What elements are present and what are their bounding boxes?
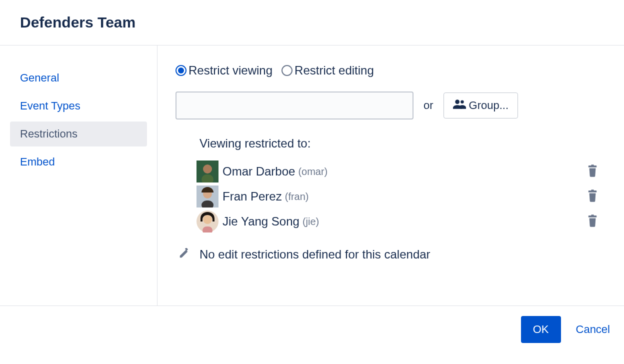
- avatar: [196, 186, 218, 208]
- sidebar-item-restrictions[interactable]: Restrictions: [10, 122, 147, 146]
- radio-label: Restrict viewing: [188, 64, 272, 78]
- user-row: Jie Yang Song (jie): [176, 210, 604, 232]
- svg-rect-4: [202, 174, 214, 182]
- group-button[interactable]: Group...: [444, 92, 518, 118]
- sidebar-item-label: General: [20, 72, 59, 84]
- ok-button[interactable]: OK: [521, 316, 561, 343]
- radio-icon: [176, 65, 186, 76]
- user-handle: (fran): [285, 191, 309, 202]
- user-name: Jie Yang Song: [222, 214, 300, 228]
- avatar: [196, 160, 218, 182]
- user-name: Fran Perez: [222, 190, 282, 204]
- user-name: Omar Darboe: [222, 164, 295, 178]
- svg-point-0: [455, 100, 460, 104]
- edit-restrictions-note: No edit restrictions defined for this ca…: [176, 248, 604, 262]
- restriction-type-radios: Restrict viewing Restrict editing: [176, 64, 604, 78]
- sidebar-item-event-types[interactable]: Event Types: [10, 94, 147, 118]
- trash-icon: [587, 172, 598, 179]
- viewing-restricted-heading: Viewing restricted to:: [200, 136, 604, 150]
- svg-point-1: [460, 100, 464, 104]
- edit-note-text: No edit restrictions defined for this ca…: [200, 248, 430, 262]
- main-panel: Restrict viewing Restrict editing or: [158, 46, 624, 306]
- radio-icon: [282, 65, 292, 76]
- user-handle: (omar): [298, 166, 328, 178]
- cancel-button[interactable]: Cancel: [576, 323, 610, 336]
- sidebar-item-general[interactable]: General: [10, 66, 147, 90]
- svg-point-3: [203, 164, 212, 174]
- or-label: or: [424, 99, 434, 112]
- sidebar-item-label: Embed: [20, 156, 55, 168]
- svg-rect-16: [591, 214, 594, 216]
- page-title: Defenders Team: [20, 14, 604, 31]
- sidebar: General Event Types Restrictions Embed: [0, 46, 158, 306]
- radio-restrict-viewing[interactable]: Restrict viewing: [176, 64, 272, 78]
- svg-rect-9: [202, 200, 214, 208]
- dialog-body: General Event Types Restrictions Embed R…: [0, 46, 624, 306]
- avatar: [196, 210, 218, 232]
- group-icon: [453, 99, 466, 112]
- dialog-footer: OK Cancel: [0, 306, 624, 353]
- pencil-icon: [178, 248, 190, 261]
- svg-rect-14: [202, 226, 212, 232]
- svg-point-13: [203, 215, 212, 224]
- sidebar-item-label: Event Types: [20, 100, 80, 112]
- trash-icon: [587, 196, 598, 204]
- user-list: Omar Darboe (omar) Fran Perez (fran): [176, 160, 604, 232]
- remove-user-button[interactable]: [585, 212, 600, 231]
- sidebar-item-label: Restrictions: [20, 128, 78, 140]
- remove-user-button[interactable]: [585, 188, 600, 206]
- radio-restrict-editing[interactable]: Restrict editing: [282, 64, 374, 78]
- user-search-row: or Group...: [176, 92, 604, 120]
- radio-label: Restrict editing: [294, 64, 374, 78]
- group-button-label: Group...: [469, 99, 508, 112]
- trash-icon: [587, 222, 598, 229]
- user-search-input[interactable]: [176, 92, 414, 120]
- user-row: Omar Darboe (omar): [176, 160, 604, 182]
- user-handle: (jie): [302, 216, 319, 228]
- remove-user-button[interactable]: [585, 162, 600, 181]
- user-row: Fran Perez (fran): [176, 186, 604, 208]
- svg-rect-6: [591, 164, 594, 166]
- dialog-header: Defenders Team: [0, 0, 624, 46]
- svg-rect-11: [591, 190, 594, 191]
- sidebar-item-embed[interactable]: Embed: [10, 150, 147, 174]
